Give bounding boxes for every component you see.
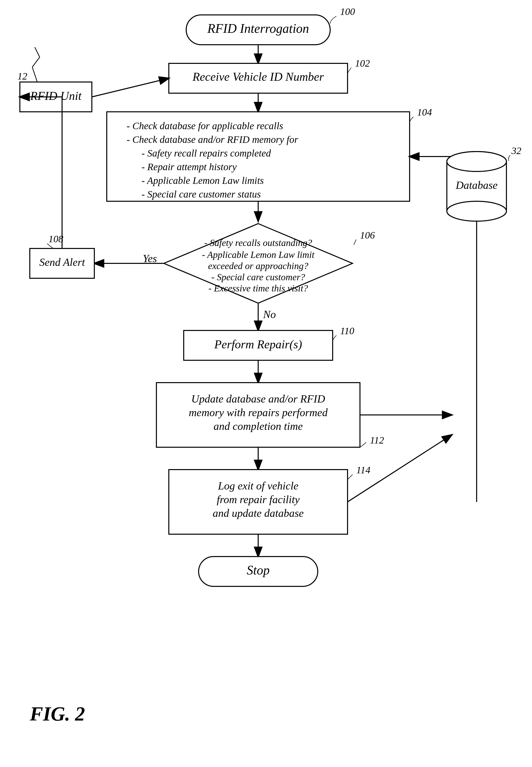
svg-text:memory with repairs performed: memory with repairs performed xyxy=(189,406,328,419)
svg-text:- Repair attempt history: - Repair attempt history xyxy=(142,161,237,172)
svg-text:106: 106 xyxy=(360,230,375,241)
svg-text:Database: Database xyxy=(456,179,498,191)
svg-text:108: 108 xyxy=(48,233,63,245)
svg-text:Yes: Yes xyxy=(143,253,157,265)
svg-text:exceeded or approaching?: exceeded or approaching? xyxy=(208,261,308,271)
svg-line-55 xyxy=(32,67,37,82)
svg-point-61 xyxy=(447,201,506,221)
svg-point-62 xyxy=(447,151,506,171)
svg-text:RFID Unit: RFID Unit xyxy=(30,89,82,102)
svg-text:100: 100 xyxy=(340,6,355,17)
svg-text:Stop: Stop xyxy=(247,563,270,577)
svg-line-56 xyxy=(32,57,40,67)
svg-text:- Applicable Lemon Law limits: - Applicable Lemon Law limits xyxy=(142,175,264,186)
svg-text:- Excessive time this visit?: - Excessive time this visit? xyxy=(209,283,308,294)
svg-text:112: 112 xyxy=(370,435,384,446)
svg-text:RFID Interrogation: RFID Interrogation xyxy=(207,21,309,35)
svg-text:Perform Repair(s): Perform Repair(s) xyxy=(214,338,302,351)
svg-text:Receive Vehicle ID Number: Receive Vehicle ID Number xyxy=(192,70,324,83)
flowchart-svg: RFID Interrogation 100 Receive Vehicle I… xyxy=(0,0,532,767)
svg-text:12: 12 xyxy=(17,71,27,82)
svg-text:and completion time: and completion time xyxy=(213,420,303,432)
svg-text:- Safety recalls outstanding?: - Safety recalls outstanding? xyxy=(204,238,312,248)
svg-text:104: 104 xyxy=(417,106,432,118)
svg-text:102: 102 xyxy=(355,58,370,69)
svg-text:- Check database and/or RFID m: - Check database and/or RFID memory for xyxy=(127,134,298,145)
svg-line-57 xyxy=(35,47,40,57)
svg-text:and update database: and update database xyxy=(213,507,304,519)
svg-text:from repair facility: from repair facility xyxy=(217,493,300,506)
svg-line-58 xyxy=(92,78,169,97)
svg-text:32: 32 xyxy=(511,145,521,156)
svg-text:- Special care customer status: - Special care customer status xyxy=(142,188,261,200)
svg-text:No: No xyxy=(263,308,276,321)
svg-text:114: 114 xyxy=(356,464,370,475)
svg-text:- Applicable Lemon Law limit: - Applicable Lemon Law limit xyxy=(202,250,315,260)
svg-text:- Check database for applicabl: - Check database for applicable recalls xyxy=(127,120,283,131)
svg-text:110: 110 xyxy=(340,325,354,336)
diagram-container: RFID Interrogation 100 Receive Vehicle I… xyxy=(0,0,532,767)
svg-text:Send Alert: Send Alert xyxy=(39,256,85,268)
svg-text:Update database and/or RFID: Update database and/or RFID xyxy=(191,393,325,405)
svg-text:- Safety recall repairs comple: - Safety recall repairs completed xyxy=(142,147,271,159)
svg-text:- Special care customer?: - Special care customer? xyxy=(211,272,305,282)
svg-text:FIG. 2: FIG. 2 xyxy=(30,703,85,725)
svg-text:Log exit of vehicle: Log exit of vehicle xyxy=(218,480,298,492)
